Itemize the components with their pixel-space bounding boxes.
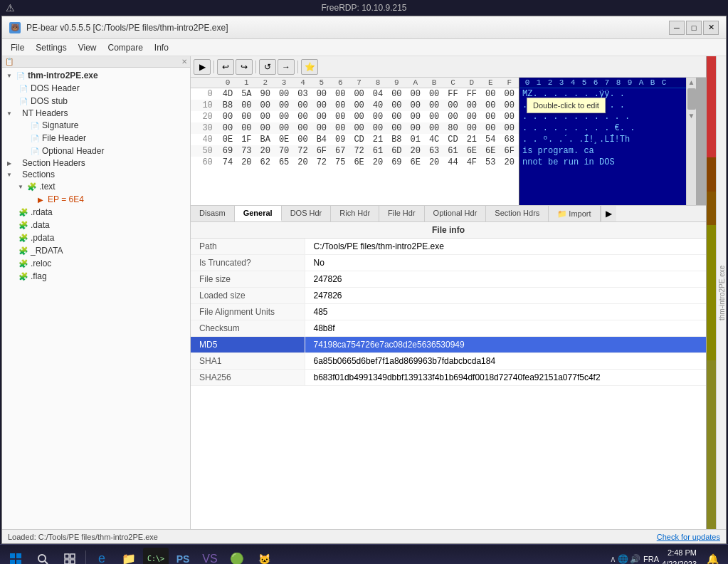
- file-info-row[interactable]: File Alignment Units485: [191, 304, 706, 320]
- hex-cell[interactable]: 1F: [237, 134, 255, 145]
- taskbar-search[interactable]: [30, 548, 56, 565]
- hex-row[interactable]: 60742062652072756E20696E20444F5320: [191, 157, 519, 168]
- maximize-button[interactable]: □: [686, 21, 702, 35]
- taskbar-lang[interactable]: FRA: [643, 555, 659, 563]
- tree-file-header[interactable]: 📄 File Header: [2, 132, 190, 145]
- tree-signature[interactable]: 📄 Signature: [2, 119, 190, 132]
- hex-cell[interactable]: 73: [237, 145, 255, 157]
- hex-cell[interactable]: 75: [331, 157, 349, 168]
- hex-cell[interactable]: 00: [481, 122, 500, 134]
- hex-cell[interactable]: 00: [312, 122, 331, 134]
- hex-cell[interactable]: 00: [275, 88, 293, 100]
- taskbar-vs[interactable]: VS: [197, 548, 223, 565]
- hex-row[interactable]: 3000000000000000000000000080000000: [191, 122, 519, 134]
- hex-cell[interactable]: 20: [425, 157, 443, 168]
- menu-file[interactable]: File: [5, 41, 30, 54]
- hex-cell[interactable]: 80: [443, 122, 462, 134]
- hex-cell[interactable]: 00: [218, 111, 237, 122]
- hex-cell[interactable]: CD: [443, 134, 462, 145]
- taskbar-taskview[interactable]: [57, 548, 83, 565]
- hex-cell[interactable]: 00: [312, 100, 331, 111]
- hex-cell[interactable]: 53: [481, 157, 500, 168]
- tab-disasm[interactable]: Disasm: [191, 206, 235, 221]
- hex-cell[interactable]: 00: [481, 100, 500, 111]
- hex-cell[interactable]: 00: [275, 111, 293, 122]
- hex-cell[interactable]: 00: [443, 100, 462, 111]
- taskbar-terminal[interactable]: C:\>: [143, 548, 169, 565]
- tree-pdata-section[interactable]: 🧩 .pdata: [2, 231, 190, 244]
- file-info-row[interactable]: SHA16a85b0665d6bef7f1a8d869963b7fdabcbcd…: [191, 353, 706, 370]
- file-info-row[interactable]: Checksum48b8f: [191, 320, 706, 337]
- taskbar-explorer[interactable]: 📁: [116, 548, 142, 565]
- hex-cell[interactable]: 00: [425, 88, 443, 100]
- hex-cell[interactable]: 00: [500, 100, 519, 111]
- hex-cell[interactable]: 00: [425, 111, 443, 122]
- hex-cell[interactable]: 00: [387, 100, 406, 111]
- hex-cell[interactable]: 00: [312, 88, 331, 100]
- hex-cell[interactable]: 6D: [387, 145, 406, 157]
- hex-cell[interactable]: FF: [443, 88, 462, 100]
- hex-cell[interactable]: 00: [481, 88, 500, 100]
- file-info-row[interactable]: File size247826: [191, 271, 706, 288]
- hex-cell[interactable]: 00: [387, 111, 406, 122]
- taskbar-cat[interactable]: 🐱: [251, 548, 277, 565]
- tree-text-section[interactable]: ▼ 🧩 .text: [2, 180, 190, 193]
- file-info-row[interactable]: Loaded size247826: [191, 288, 706, 304]
- toolbar-undo-btn[interactable]: ↺: [259, 59, 276, 75]
- file-info-row[interactable]: PathC:/Tools/PE files/thm-intro2PE.exe: [191, 239, 706, 255]
- hex-cell[interactable]: 00: [256, 122, 275, 134]
- menu-settings[interactable]: Settings: [30, 41, 72, 54]
- hex-row[interactable]: 10B8000000000000004000000000000000: [191, 100, 519, 111]
- hex-panel[interactable]: 0 1 2 3 4 5 6 7 8 9 A B: [191, 78, 519, 205]
- hex-cell[interactable]: 4C: [425, 134, 443, 145]
- tree-sections[interactable]: ▼ Sections: [2, 169, 190, 180]
- hex-cell[interactable]: 00: [293, 100, 312, 111]
- tree-rdata-section[interactable]: 🧩 .rdata: [2, 206, 190, 219]
- hex-row[interactable]: 04D5A90000300000004000000FFFF0000: [191, 88, 519, 100]
- hex-cell[interactable]: 04: [369, 88, 387, 100]
- hex-cell[interactable]: 5A: [237, 88, 255, 100]
- hex-cell[interactable]: 00: [349, 122, 368, 134]
- tree-dos-header[interactable]: 📄 DOS Header: [2, 82, 190, 95]
- hex-row[interactable]: 2000000000000000000000000000000000: [191, 111, 519, 122]
- taskbar-ps[interactable]: PS: [170, 548, 196, 565]
- hex-cell[interactable]: 00: [293, 134, 312, 145]
- hex-cell[interactable]: 00: [406, 122, 425, 134]
- taskbar-volume-icon[interactable]: 🔊: [630, 554, 640, 564]
- start-button[interactable]: [3, 548, 28, 565]
- toolbar-back-btn[interactable]: ↩: [217, 59, 234, 75]
- hex-cell[interactable]: 6E: [406, 157, 425, 168]
- hex-row[interactable]: 5069732070726F6772616D2063616E6E6F: [191, 145, 519, 157]
- tab-rich-hdr[interactable]: Rich Hdr: [331, 206, 379, 221]
- hex-cell[interactable]: 00: [237, 122, 255, 134]
- scrollbar-thumb[interactable]: [687, 88, 696, 110]
- close-button[interactable]: ✕: [703, 21, 719, 35]
- taskbar-network-icon[interactable]: 🌐: [618, 554, 628, 564]
- tab-import[interactable]: 📁Import: [549, 206, 600, 221]
- hex-cell[interactable]: 74: [218, 157, 237, 168]
- hex-cell[interactable]: 20: [256, 145, 275, 157]
- hex-cell[interactable]: 00: [331, 111, 349, 122]
- hex-cell[interactable]: 09: [331, 134, 349, 145]
- hex-scrollbar[interactable]: ▲ ▼: [686, 78, 696, 205]
- hex-cell[interactable]: 63: [425, 145, 443, 157]
- hex-cell[interactable]: 90: [256, 88, 275, 100]
- hex-cell[interactable]: 00: [369, 111, 387, 122]
- hex-cell[interactable]: 20: [237, 157, 255, 168]
- hex-cell[interactable]: 00: [293, 122, 312, 134]
- hex-cell[interactable]: 62: [256, 157, 275, 168]
- hex-cell[interactable]: B8: [387, 134, 406, 145]
- tree-data-section[interactable]: 🧩 .data: [2, 219, 190, 231]
- file-info-row[interactable]: MD574198ca754726e7ac08d2e5636530949: [191, 337, 706, 353]
- hex-cell[interactable]: 0E: [218, 134, 237, 145]
- panel-collapse-btn[interactable]: ✕: [181, 58, 187, 66]
- hex-cell[interactable]: 69: [387, 157, 406, 168]
- hex-cell[interactable]: 72: [312, 157, 331, 168]
- tree-flag-section[interactable]: 🧩 .flag: [2, 270, 190, 283]
- hex-cell[interactable]: 00: [349, 100, 368, 111]
- hex-cell[interactable]: 00: [349, 88, 368, 100]
- hex-cell[interactable]: 01: [406, 134, 425, 145]
- hex-cell[interactable]: 6E: [463, 145, 481, 157]
- hex-cell[interactable]: FF: [463, 88, 481, 100]
- file-info-row[interactable]: Is Truncated?No: [191, 255, 706, 271]
